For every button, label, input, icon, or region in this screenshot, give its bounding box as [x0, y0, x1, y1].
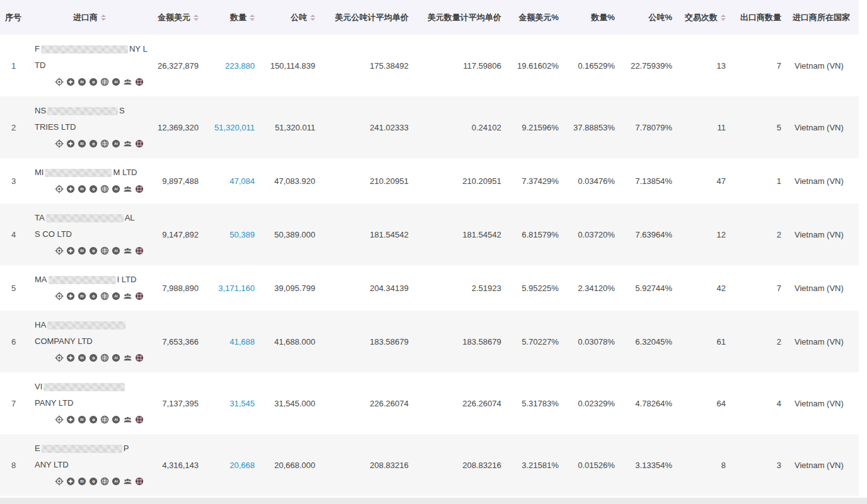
importer-name-line1[interactable]: HA: [35, 317, 127, 333]
globe-icon[interactable]: [100, 292, 109, 301]
globe-icon[interactable]: [100, 477, 109, 486]
bi-report-icon[interactable]: BI: [78, 246, 86, 255]
ai-icon[interactable]: AI: [112, 292, 120, 301]
ai-icon[interactable]: AI: [112, 477, 120, 486]
grid-logo-icon[interactable]: [135, 292, 144, 301]
grid-logo-icon[interactable]: [135, 246, 144, 255]
bi-report-icon[interactable]: BI: [78, 477, 86, 486]
locate-target-icon[interactable]: [55, 477, 64, 486]
contacts-icon[interactable]: [123, 185, 132, 193]
col-header-transactions[interactable]: 交易次数: [677, 0, 731, 35]
contacts-icon[interactable]: [123, 246, 132, 255]
importer-name-line1[interactable]: EP: [35, 440, 129, 457]
col-header-quantity[interactable]: 数量: [204, 0, 260, 35]
globe-icon[interactable]: [100, 77, 109, 86]
camera-icon[interactable]: [89, 139, 98, 148]
importer-name-line1[interactable]: MAI LTD: [35, 272, 136, 288]
compass-icon[interactable]: [66, 139, 75, 148]
bi-report-icon[interactable]: BI: [78, 292, 86, 301]
globe-icon[interactable]: [100, 246, 109, 255]
quantity-link[interactable]: 20,668: [230, 461, 255, 470]
importer-name-line2[interactable]: COMPANY LTD: [35, 333, 93, 350]
grid-logo-icon[interactable]: [135, 185, 144, 193]
sort-arrows-icon[interactable]: [194, 14, 199, 21]
grid-logo-icon[interactable]: [135, 139, 144, 148]
ai-icon[interactable]: AI: [112, 77, 120, 86]
importer-name-line1[interactable]: FNY L: [35, 41, 148, 57]
col-header-importer[interactable]: 进口商: [28, 0, 151, 35]
bi-report-icon[interactable]: BI: [78, 415, 86, 424]
compass-icon[interactable]: [66, 246, 75, 255]
contacts-icon[interactable]: [123, 415, 132, 424]
ai-icon[interactable]: AI: [112, 246, 120, 255]
grid-logo-icon[interactable]: [135, 353, 144, 362]
camera-icon[interactable]: [89, 246, 98, 255]
sort-arrows-icon[interactable]: [250, 14, 255, 21]
importer-name-line2[interactable]: PANY LTD: [35, 395, 73, 411]
quantity-link[interactable]: 47,084: [230, 176, 255, 186]
locate-target-icon[interactable]: [55, 353, 64, 362]
quantity-link[interactable]: 41,688: [230, 337, 255, 346]
col-header-metric-tons[interactable]: 公吨: [260, 0, 320, 35]
locate-target-icon[interactable]: [55, 77, 64, 86]
contacts-icon[interactable]: [123, 77, 132, 86]
quantity-link[interactable]: 31,545: [230, 399, 255, 408]
importer-name-line2[interactable]: S CO LTD: [35, 226, 72, 243]
camera-icon[interactable]: [89, 477, 98, 486]
importer-name-line1[interactable]: VI: [35, 379, 126, 395]
ai-icon[interactable]: AI: [112, 185, 120, 193]
cell-tons-pct: 4.78264%: [620, 372, 677, 434]
camera-icon[interactable]: [89, 185, 98, 193]
importer-name-line1[interactable]: TAAL: [35, 210, 135, 226]
globe-icon[interactable]: [100, 415, 109, 424]
compass-icon[interactable]: [66, 292, 75, 301]
importer-name-line2[interactable]: TRIES LTD: [35, 119, 76, 135]
cell-exporter-count: 2: [731, 203, 786, 265]
compass-icon[interactable]: [66, 353, 75, 362]
locate-target-icon[interactable]: [55, 292, 64, 301]
quantity-link[interactable]: 3,171,160: [218, 284, 255, 293]
quantity-link[interactable]: 50,389: [230, 230, 255, 239]
camera-icon[interactable]: [89, 415, 98, 424]
importer-name-line2[interactable]: ANY LTD: [35, 457, 69, 473]
locate-target-icon[interactable]: [55, 185, 64, 193]
globe-icon[interactable]: [100, 185, 109, 193]
globe-icon[interactable]: [100, 353, 109, 362]
camera-icon[interactable]: [89, 353, 98, 362]
bi-report-icon[interactable]: BI: [78, 77, 86, 86]
quantity-link[interactable]: 223,880: [225, 61, 255, 71]
sort-arrows-icon[interactable]: [721, 14, 726, 21]
ai-icon[interactable]: AI: [112, 139, 120, 148]
compass-icon[interactable]: [66, 477, 75, 486]
cell-row-index: 6: [0, 311, 28, 372]
locate-target-icon[interactable]: [55, 139, 64, 148]
locate-target-icon[interactable]: [55, 246, 64, 255]
col-header-amount-usd[interactable]: 金额美元: [151, 0, 204, 35]
camera-icon[interactable]: [89, 292, 98, 301]
contacts-icon[interactable]: [123, 139, 132, 148]
quantity-link[interactable]: 51,320,011: [214, 123, 255, 132]
sort-arrows-icon[interactable]: [101, 14, 106, 21]
bi-report-icon[interactable]: BI: [78, 353, 86, 362]
ai-icon[interactable]: AI: [112, 353, 120, 362]
ai-icon[interactable]: AI: [112, 415, 120, 424]
globe-icon[interactable]: [100, 139, 109, 148]
compass-icon[interactable]: [66, 77, 75, 86]
compass-icon[interactable]: [66, 415, 75, 424]
compass-icon[interactable]: [66, 185, 75, 193]
bi-report-icon[interactable]: BI: [78, 185, 86, 193]
contacts-icon[interactable]: [123, 292, 132, 301]
importer-name-line1[interactable]: MIM LTD: [35, 164, 137, 181]
locate-target-icon[interactable]: [55, 415, 64, 424]
camera-icon[interactable]: [89, 77, 98, 86]
contacts-icon[interactable]: [123, 477, 132, 486]
svg-text:BI: BI: [80, 356, 84, 360]
bi-report-icon[interactable]: BI: [78, 139, 86, 148]
importer-name-line2[interactable]: TD: [35, 57, 45, 74]
sort-arrows-icon[interactable]: [310, 14, 315, 21]
grid-logo-icon[interactable]: [135, 415, 144, 424]
contacts-icon[interactable]: [123, 353, 132, 362]
importer-name-line1[interactable]: NSS: [35, 103, 125, 119]
grid-logo-icon[interactable]: [135, 477, 144, 486]
grid-logo-icon[interactable]: [135, 77, 144, 86]
